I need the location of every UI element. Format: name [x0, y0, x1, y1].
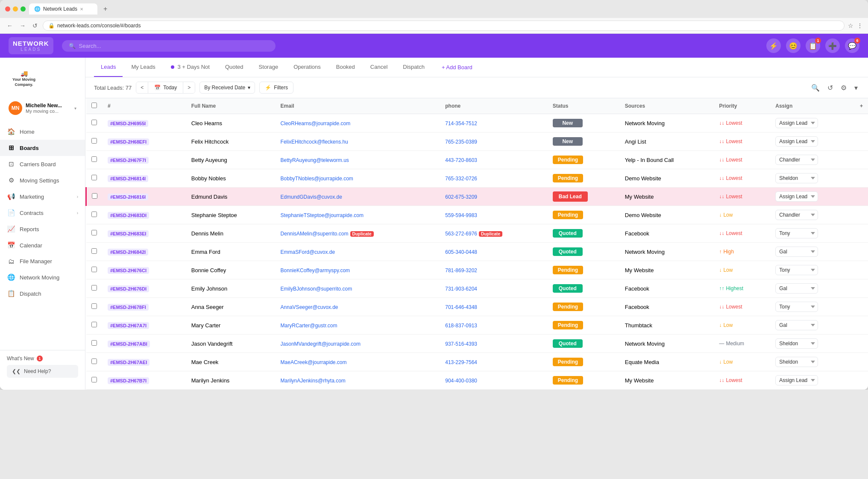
sidebar-item-moving-settings[interactable]: ⚙ Moving Settings: [0, 172, 85, 188]
tab-3-plus-days[interactable]: 3 + Days Not: [164, 58, 217, 77]
more-options-button[interactable]: ▾: [853, 82, 859, 94]
lead-email-link[interactable]: FelixEHitchcock@fleckens.hu: [281, 139, 348, 145]
tab-quoted[interactable]: Quoted: [218, 58, 250, 77]
row-checkbox[interactable]: [91, 340, 97, 346]
lead-id-badge[interactable]: #EMSD-2H683DI: [108, 212, 149, 219]
browser-tab[interactable]: 🌐 Network Leads ✕: [29, 3, 97, 15]
assign-select[interactable]: Tony: [775, 302, 818, 312]
lead-id-badge[interactable]: #EMSD-2H67B7I: [108, 377, 149, 384]
refresh-toolbar-button[interactable]: ↺: [826, 82, 835, 94]
col-add[interactable]: +: [855, 98, 868, 114]
lead-email-link[interactable]: MarilynAJenkins@rhyta.com: [281, 378, 346, 384]
tab-my-leads[interactable]: My Leads: [124, 58, 162, 77]
date-next-button[interactable]: >: [183, 82, 195, 93]
tab-storage[interactable]: Storage: [252, 58, 285, 77]
bookmark-icon[interactable]: ☆: [848, 22, 853, 29]
assign-select[interactable]: Assign Lead: [775, 136, 818, 147]
assign-select[interactable]: Sheldon: [775, 338, 818, 349]
sort-select[interactable]: By Received Date ▾: [199, 82, 255, 94]
need-help-button[interactable]: ❮❮ Need Help?: [7, 365, 78, 378]
lead-email-link[interactable]: AnnaVSeeger@cuvox.de: [281, 304, 338, 310]
maximize-window-button[interactable]: [21, 6, 26, 12]
row-checkbox[interactable]: [91, 248, 97, 254]
lead-email-link[interactable]: BobbyTNobles@jourrapide.com: [281, 176, 353, 182]
lead-id-badge[interactable]: #EMSD-2H6842I: [108, 249, 148, 256]
lead-email-link[interactable]: MaeACreek@jourrapide.com: [281, 359, 347, 365]
lead-email-link[interactable]: EdmundGDavis@cuvox.de: [281, 194, 342, 200]
lead-id-badge[interactable]: #EMSD-2H68EFI: [108, 138, 149, 145]
lead-email-link[interactable]: DennisAMelin@superrito.com: [281, 231, 349, 237]
assign-select[interactable]: Assign Lead: [775, 191, 818, 202]
row-checkbox[interactable]: [92, 193, 97, 199]
sidebar-item-home[interactable]: 🏠 Home: [0, 123, 85, 140]
lead-id-badge[interactable]: #EMSD-2H6955I: [108, 120, 148, 127]
lead-email-link[interactable]: BettyRAuyeung@teleworm.us: [281, 157, 349, 163]
assign-select[interactable]: Gal: [775, 247, 818, 257]
row-checkbox[interactable]: [91, 303, 97, 309]
lead-email-link[interactable]: JasonMVandegrift@jourrapide.com: [281, 341, 361, 347]
tab-close-button[interactable]: ✕: [80, 7, 83, 12]
tab-dispatch[interactable]: Dispatch: [396, 58, 431, 77]
row-checkbox[interactable]: [91, 322, 97, 327]
sidebar-item-calendar[interactable]: 📅 Calendar: [0, 237, 85, 253]
extensions-icon[interactable]: ⋮: [857, 22, 863, 29]
address-bar[interactable]: 🔒 network-leads.com/console/#/boards: [43, 21, 845, 31]
sidebar-item-file-manager[interactable]: 🗂 File Manager: [0, 253, 85, 269]
browser-back-button[interactable]: ←: [5, 21, 15, 30]
lead-email-link[interactable]: BonnieKCoffey@armyspy.com: [281, 267, 350, 273]
sidebar-item-boards[interactable]: ⊞ Boards: [0, 140, 85, 156]
settings-toolbar-button[interactable]: ⚙: [839, 82, 848, 94]
tab-leads[interactable]: Leads: [94, 58, 123, 77]
sidebar-item-reports[interactable]: 📈 Reports: [0, 221, 85, 237]
select-all-checkbox[interactable]: [91, 103, 97, 108]
messages-button[interactable]: 💬 6: [845, 38, 859, 53]
emoji-icon-button[interactable]: 😊: [786, 38, 801, 53]
row-checkbox[interactable]: [91, 359, 97, 364]
lead-id-badge[interactable]: #EMSD-2H6814I: [108, 175, 148, 182]
assign-select[interactable]: Assign Lead: [775, 375, 818, 385]
lead-email-link[interactable]: CleoRHearns@jourrapide.com: [281, 120, 351, 126]
browser-reload-button[interactable]: ↺: [31, 21, 39, 30]
assign-select[interactable]: Gal: [775, 283, 818, 294]
new-tab-button[interactable]: +: [101, 5, 110, 13]
tab-booked[interactable]: Booked: [329, 58, 362, 77]
search-toolbar-button[interactable]: 🔍: [809, 82, 821, 94]
row-checkbox[interactable]: [91, 285, 97, 291]
search-input[interactable]: [79, 43, 269, 49]
tab-operations[interactable]: Operations: [287, 58, 328, 77]
lead-id-badge[interactable]: #EMSD-2H67ABI: [108, 341, 150, 347]
assign-select[interactable]: Sheldon: [775, 357, 818, 367]
browser-forward-button[interactable]: →: [18, 21, 27, 30]
row-checkbox[interactable]: [91, 267, 97, 272]
row-checkbox[interactable]: [91, 212, 97, 217]
lead-email-link[interactable]: MaryRCarter@gustr.com: [281, 323, 337, 329]
row-checkbox[interactable]: [91, 120, 97, 125]
row-checkbox[interactable]: [91, 156, 97, 162]
lead-id-badge[interactable]: #EMSD-2H67F7I: [108, 157, 149, 164]
lightning-icon-button[interactable]: ⚡: [766, 38, 781, 53]
lead-email-link[interactable]: StephanieTSteptoe@jourrapide.com: [281, 212, 364, 218]
filter-button[interactable]: ⚡ Filters: [259, 82, 293, 94]
minimize-window-button[interactable]: [13, 6, 18, 12]
lead-email-link[interactable]: EmilyBJohnson@superrito.com: [281, 286, 352, 292]
lead-id-badge[interactable]: #EMSD-2H683EI: [108, 230, 149, 237]
sidebar-item-dispatch[interactable]: 📋 Dispatch: [0, 285, 85, 302]
row-checkbox[interactable]: [91, 175, 97, 180]
date-prev-button[interactable]: <: [136, 82, 148, 93]
search-bar[interactable]: 🔍: [62, 40, 276, 52]
close-window-button[interactable]: [5, 6, 10, 12]
lead-id-badge[interactable]: #EMSD-2H676CI: [108, 267, 149, 274]
sidebar-item-marketing[interactable]: 📢 Marketing ›: [0, 188, 85, 205]
whats-new[interactable]: What's New 1: [7, 356, 78, 361]
add-button[interactable]: ➕: [825, 38, 840, 53]
lead-id-badge[interactable]: #EMSD-2H67A7I: [108, 322, 149, 329]
row-checkbox[interactable]: [91, 377, 97, 382]
sidebar-item-contracts[interactable]: 📄 Contracts ›: [0, 205, 85, 221]
row-checkbox[interactable]: [91, 230, 97, 235]
assign-select[interactable]: Assign Lead: [775, 118, 818, 128]
assign-select[interactable]: Gal: [775, 320, 818, 330]
user-info[interactable]: MN Michelle New... My moving co... ▾: [3, 98, 82, 118]
sidebar-item-carriers-board[interactable]: ⊡ Carriers Board: [0, 156, 85, 172]
assign-select[interactable]: Tony: [775, 265, 818, 275]
lead-email-link[interactable]: EmmaSFord@cuvox.de: [281, 249, 335, 255]
